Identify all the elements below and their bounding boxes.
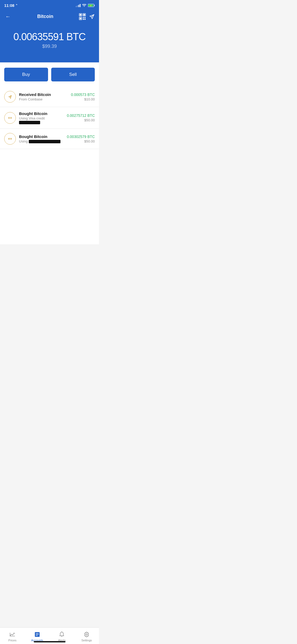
svg-text:⚡: ⚡: [89, 4, 92, 7]
transaction-btc: 0.000573 BTC: [71, 93, 95, 97]
transaction-subtitle: From Coinbase: [19, 97, 68, 101]
header: ← Bitcoin: [0, 10, 99, 29]
qr-icon: [79, 13, 86, 20]
transaction-icon: [4, 133, 16, 145]
send-button[interactable]: [89, 14, 95, 20]
transaction-amounts: 0.00275712 BTC $50.00: [67, 113, 95, 122]
transaction-info: Bought Bitcoin Using Visa credit: [19, 111, 64, 124]
svg-rect-7: [83, 14, 85, 16]
svg-rect-9: [80, 18, 81, 19]
actions-section: Buy Sell: [0, 62, 99, 87]
transaction-item[interactable]: Received Bitcoin From Coinbase 0.000573 …: [0, 87, 99, 107]
svg-rect-13: [84, 19, 86, 20]
svg-rect-11: [84, 17, 86, 18]
receive-icon: [7, 94, 13, 99]
buy-icon: [7, 136, 13, 141]
transaction-info: Received Bitcoin From Coinbase: [19, 92, 68, 101]
transaction-amounts: 0.00302579 BTC $50.00: [67, 135, 95, 143]
status-time: 11:08: [4, 3, 18, 8]
wifi-icon: [82, 4, 86, 7]
transaction-info: Bought Bitcoin Using: [19, 134, 64, 143]
back-button[interactable]: ←: [4, 12, 12, 21]
location-icon: [15, 4, 18, 7]
redacted-text: [29, 140, 60, 143]
transaction-icon: [4, 112, 16, 124]
svg-rect-1: [94, 5, 95, 6]
svg-rect-10: [83, 17, 84, 18]
transaction-usd: $50.00: [67, 139, 95, 143]
status-icons: ⚡: [76, 4, 95, 7]
status-bar: 11:08 ⚡: [0, 0, 99, 10]
time-label: 11:08: [4, 3, 14, 8]
transaction-subtitle: Using Visa credit: [19, 116, 64, 124]
signal-icon: [76, 4, 81, 7]
transaction-item[interactable]: Bought Bitcoin Using Visa credit 0.00275…: [0, 107, 99, 129]
svg-rect-12: [83, 19, 84, 20]
send-icon: [89, 14, 95, 20]
transaction-subtitle: Using: [19, 139, 64, 143]
header-actions: [79, 13, 95, 20]
transaction-usd: $50.00: [67, 118, 95, 122]
transaction-title: Received Bitcoin: [19, 92, 68, 97]
sell-button[interactable]: Sell: [51, 68, 95, 81]
redacted-text: [19, 121, 40, 124]
transaction-amounts: 0.000573 BTC $10.00: [71, 93, 95, 101]
balance-section: 0.00635591 BTC $99.39: [0, 29, 99, 62]
page-title: Bitcoin: [12, 14, 79, 19]
transaction-btc: 0.00302579 BTC: [67, 135, 95, 139]
transaction-usd: $10.00: [71, 97, 95, 101]
transaction-item[interactable]: Bought Bitcoin Using 0.00302579 BTC $50.…: [0, 129, 99, 149]
empty-content: [0, 149, 99, 223]
buy-button[interactable]: Buy: [4, 68, 48, 81]
buy-icon: [7, 115, 13, 121]
transaction-title: Bought Bitcoin: [19, 111, 64, 116]
transaction-btc: 0.00275712 BTC: [67, 113, 95, 118]
transaction-icon: [4, 91, 16, 103]
svg-rect-5: [80, 14, 81, 16]
usd-balance: $99.39: [4, 44, 95, 49]
transaction-list: Received Bitcoin From Coinbase 0.000573 …: [0, 87, 99, 149]
btc-balance: 0.00635591 BTC: [4, 31, 95, 43]
qr-button[interactable]: [79, 13, 86, 20]
battery-icon: ⚡: [88, 4, 95, 7]
transaction-title: Bought Bitcoin: [19, 134, 64, 139]
